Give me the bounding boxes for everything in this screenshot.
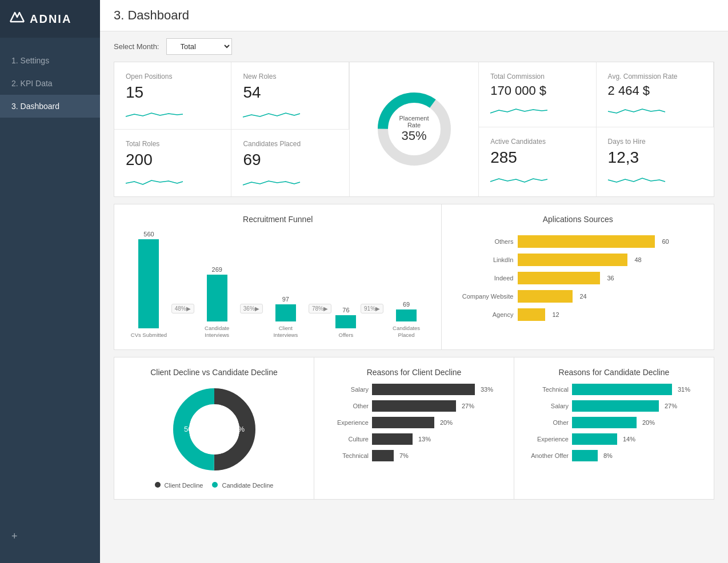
open-positions-label: Open Positions (126, 73, 219, 81)
new-roles-sparkline (243, 108, 300, 121)
hbar-linkedin-value: 48 (634, 256, 641, 263)
total-commission-label: Total Commission (490, 73, 584, 81)
client-salary-pct: 33% (481, 386, 493, 393)
total-commission-sparkline (490, 104, 547, 117)
new-roles-value: 54 (243, 84, 337, 102)
decline-donut: 50% 50% (169, 384, 260, 475)
application-sources-title: Aplications Sources (453, 215, 702, 224)
bottom-row: Client Decline vs Candidate Decline 50% … (114, 357, 714, 500)
donut-chart: Placement Rate 35% (371, 86, 457, 172)
kpi-days-to-hire: Days to Hire 12,3 (597, 127, 714, 196)
funnel-bar-value-2: 269 (212, 266, 222, 273)
sidebar: ADNIA 1. Settings 2. KPI Data 3. Dashboa… (0, 0, 100, 563)
funnel-chart: 560 CVs Submitted 48%▶ 269 Candidate Int… (126, 231, 430, 339)
select-month-label: Select Month: (114, 42, 159, 51)
candidates-placed-label: Candidates Placed (243, 140, 337, 148)
hbar-company-website-label: Company Website (453, 293, 513, 300)
client-technical-pct: 7% (399, 452, 409, 459)
new-roles-label: New Roles (243, 73, 337, 81)
sidebar-item-dashboard[interactable]: 3. Dashboard (0, 95, 100, 118)
total-roles-sparkline (126, 176, 183, 188)
cand-salary-pct: 27% (665, 403, 677, 409)
decline-donut-area: 50% 50% Client Decline Candidate Decline (126, 384, 302, 489)
hbar-linkedin: LinkdIn 48 (453, 254, 702, 266)
month-select[interactable]: Total January February March April May J… (166, 38, 232, 55)
sidebar-item-settings[interactable]: 1. Settings (0, 49, 100, 72)
cand-salary-bar (572, 400, 659, 412)
cand-technical-pct: 31% (678, 386, 690, 393)
main-header: 3. Dashboard (100, 0, 728, 31)
legend-dot-client (155, 482, 161, 488)
client-decline-title: Reasons for Client Decline (326, 368, 502, 377)
active-candidates-sparkline (490, 174, 547, 186)
funnel-bar-group-5: 69 Candidates Placed (388, 231, 425, 339)
cand-other-pct: 20% (642, 419, 655, 426)
main-content: 3. Dashboard Select Month: Total January… (100, 0, 728, 563)
client-salary-row: Salary 33% (326, 384, 502, 395)
candidates-placed-value: 69 (243, 151, 337, 169)
candidate-decline-title: Reasons for Candidate Decline (526, 368, 702, 377)
total-roles-value: 200 (126, 151, 219, 169)
application-sources-panel: Aplications Sources Others 60 LinkdIn 48… (442, 204, 714, 350)
sidebar-item-kpi-data[interactable]: 2. KPI Data (0, 72, 100, 95)
client-culture-bar (372, 433, 413, 445)
funnel-bar-value-4: 76 (342, 307, 349, 313)
decline-title: Client Decline vs Candidate Decline (126, 368, 302, 377)
total-roles-label: Total Roles (126, 140, 219, 148)
kpi-right-block: Total Commission 170 000 $ Avg. Commissi… (479, 62, 714, 196)
client-culture-row: Culture 13% (326, 433, 502, 445)
active-candidates-label: Active Candidates (490, 138, 584, 146)
active-candidates-value: 285 (490, 149, 584, 167)
funnel-bar-3 (275, 304, 296, 321)
legend-dot-candidate (212, 482, 218, 488)
funnel-bar-label-2: Candidate Interviews (198, 325, 235, 339)
kpi-area: Open Positions 15 New Roles 54 Total Rol… (114, 62, 714, 197)
hbar-indeed-value: 36 (607, 275, 614, 282)
hbar-others-bar (518, 235, 655, 248)
recruitment-funnel-title: Recruitment Funnel (126, 215, 430, 224)
total-commission-value: 170 000 $ (490, 84, 584, 98)
funnel-bar-group-4: 76 Offers (335, 231, 356, 339)
funnel-arrow-4: 91%▶ (361, 304, 383, 313)
cand-technical-bar (572, 384, 672, 395)
hbar-company-website-bar (518, 290, 573, 303)
candidate-decline-panel: Reasons for Candidate Decline Technical … (514, 357, 714, 500)
client-culture-label: Culture (326, 436, 369, 443)
client-technical-label: Technical (326, 452, 369, 459)
funnel-arrow-1: 48%▶ (171, 304, 194, 313)
hbar-linkedin-bar (518, 254, 627, 266)
funnel-bar-label-4: Offers (339, 332, 354, 339)
client-decline-panel: Reasons for Client Decline Salary 33% Ot… (314, 357, 514, 500)
client-experience-label: Experience (326, 419, 369, 426)
hbar-agency-label: Agency (453, 311, 513, 318)
decline-panel: Client Decline vs Candidate Decline 50% … (114, 357, 314, 500)
add-button[interactable]: + (0, 521, 100, 552)
avg-commission-value: 2 464 $ (608, 84, 702, 98)
funnel-bar-value-1: 560 (143, 231, 154, 238)
cand-other-bar (572, 417, 637, 428)
cand-experience-pct: 14% (623, 436, 635, 443)
client-salary-bar (372, 384, 475, 395)
kpi-total-roles: Total Roles 200 (114, 130, 231, 196)
cand-another-offer-label: Another Offer (526, 452, 569, 459)
cand-another-offer-pct: 8% (603, 452, 613, 459)
hbar-others: Others 60 (453, 235, 702, 248)
placement-rate-donut: Placement Rate 35% (350, 62, 479, 196)
hbar-agency-value: 12 (552, 311, 559, 318)
kpi-avg-commission: Avg. Commission Rate 2 464 $ (597, 62, 714, 127)
funnel-bar-1 (138, 239, 159, 329)
avg-commission-sparkline (608, 104, 665, 117)
candidate-decline-chart: Technical 31% Salary 27% Other 20% (526, 384, 702, 461)
funnel-bar-value-3: 97 (282, 296, 289, 303)
kpi-candidates-placed: Candidates Placed 69 (231, 130, 349, 196)
hbar-company-website: Company Website 24 (453, 290, 702, 303)
hbar-agency-bar (518, 308, 545, 321)
funnel-bar-5 (396, 309, 417, 321)
candidates-placed-sparkline (243, 176, 300, 188)
kpi-total-commission: Total Commission 170 000 $ (479, 62, 596, 127)
funnel-bar-group-2: 269 Candidate Interviews (198, 231, 235, 339)
client-other-row: Other 27% (326, 400, 502, 412)
legend-client-decline: Client Decline (155, 482, 203, 489)
days-to-hire-value: 12,3 (608, 149, 702, 167)
sidebar-nav: 1. Settings 2. KPI Data 3. Dashboard (0, 38, 100, 521)
